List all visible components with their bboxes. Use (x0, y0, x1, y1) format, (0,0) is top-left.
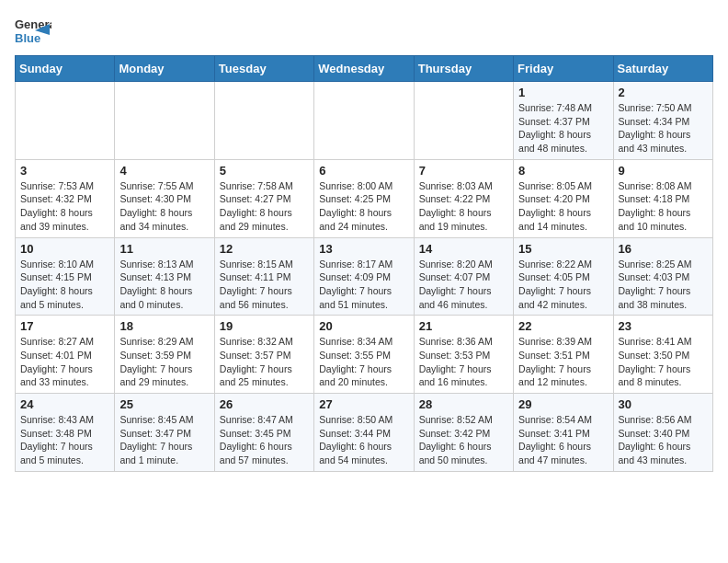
day-info: Sunrise: 8:47 AM Sunset: 3:45 PM Dayligh… (220, 413, 309, 467)
calendar-header: SundayMondayTuesdayWednesdayThursdayFrid… (16, 56, 713, 82)
calendar-cell: 6Sunrise: 8:00 AM Sunset: 4:25 PM Daylig… (314, 159, 414, 237)
day-info: Sunrise: 8:25 AM Sunset: 4:03 PM Dayligh… (619, 258, 708, 312)
day-info: Sunrise: 7:48 AM Sunset: 4:37 PM Dayligh… (518, 101, 608, 155)
day-number: 29 (518, 397, 608, 411)
calendar-cell: 21Sunrise: 8:36 AM Sunset: 3:53 PM Dayli… (414, 316, 513, 394)
weekday-header: Monday (115, 56, 214, 82)
svg-text:Blue: Blue (15, 31, 40, 45)
calendar-cell: 25Sunrise: 8:45 AM Sunset: 3:47 PM Dayli… (115, 394, 214, 472)
day-number: 10 (20, 242, 109, 256)
calendar-cell: 19Sunrise: 8:32 AM Sunset: 3:57 PM Dayli… (214, 316, 313, 394)
calendar-cell: 24Sunrise: 8:43 AM Sunset: 3:48 PM Dayli… (16, 394, 115, 472)
weekday-header: Saturday (613, 56, 712, 82)
calendar-week-row: 17Sunrise: 8:27 AM Sunset: 4:01 PM Dayli… (16, 316, 713, 394)
weekday-header: Thursday (414, 56, 513, 82)
day-number: 21 (419, 319, 508, 333)
weekday-header: Tuesday (214, 56, 313, 82)
calendar-table: SundayMondayTuesdayWednesdayThursdayFrid… (15, 55, 713, 472)
day-number: 14 (419, 242, 508, 256)
weekday-header: Wednesday (314, 56, 414, 82)
calendar-cell: 18Sunrise: 8:29 AM Sunset: 3:59 PM Dayli… (115, 316, 214, 394)
page-header: General Blue (15, 15, 713, 46)
day-info: Sunrise: 8:50 AM Sunset: 3:44 PM Dayligh… (319, 413, 408, 467)
day-info: Sunrise: 7:55 AM Sunset: 4:30 PM Dayligh… (119, 179, 209, 234)
calendar-cell: 3Sunrise: 7:53 AM Sunset: 4:32 PM Daylig… (16, 159, 115, 237)
calendar-cell: 2Sunrise: 7:50 AM Sunset: 4:34 PM Daylig… (613, 82, 712, 160)
day-info: Sunrise: 8:10 AM Sunset: 4:15 PM Dayligh… (20, 258, 109, 312)
day-info: Sunrise: 8:36 AM Sunset: 3:53 PM Dayligh… (419, 335, 508, 389)
day-info: Sunrise: 8:32 AM Sunset: 3:57 PM Dayligh… (220, 335, 309, 389)
day-info: Sunrise: 7:50 AM Sunset: 4:34 PM Dayligh… (619, 101, 708, 155)
day-number: 7 (419, 164, 508, 178)
day-info: Sunrise: 7:53 AM Sunset: 4:32 PM Dayligh… (20, 179, 109, 234)
calendar-cell: 17Sunrise: 8:27 AM Sunset: 4:01 PM Dayli… (16, 316, 115, 394)
calendar-cell: 22Sunrise: 8:39 AM Sunset: 3:51 PM Dayli… (514, 316, 613, 394)
day-info: Sunrise: 8:27 AM Sunset: 4:01 PM Dayligh… (20, 335, 109, 389)
calendar-cell: 5Sunrise: 7:58 AM Sunset: 4:27 PM Daylig… (214, 159, 313, 237)
calendar-cell: 26Sunrise: 8:47 AM Sunset: 3:45 PM Dayli… (214, 394, 313, 472)
day-number: 25 (119, 397, 209, 411)
calendar-cell: 7Sunrise: 8:03 AM Sunset: 4:22 PM Daylig… (414, 159, 513, 237)
day-info: Sunrise: 8:29 AM Sunset: 3:59 PM Dayligh… (119, 335, 209, 389)
calendar-cell: 23Sunrise: 8:41 AM Sunset: 3:50 PM Dayli… (613, 316, 712, 394)
calendar-cell: 8Sunrise: 8:05 AM Sunset: 4:20 PM Daylig… (514, 159, 613, 237)
day-info: Sunrise: 8:39 AM Sunset: 3:51 PM Dayligh… (518, 335, 608, 389)
day-number: 5 (220, 164, 309, 178)
day-number: 6 (319, 164, 408, 178)
day-number: 15 (518, 242, 608, 256)
day-info: Sunrise: 8:05 AM Sunset: 4:20 PM Dayligh… (518, 179, 608, 234)
day-info: Sunrise: 8:43 AM Sunset: 3:48 PM Dayligh… (20, 413, 109, 467)
calendar-week-row: 24Sunrise: 8:43 AM Sunset: 3:48 PM Dayli… (16, 394, 713, 472)
day-number: 11 (119, 242, 209, 256)
day-number: 19 (220, 319, 309, 333)
day-number: 26 (220, 397, 309, 411)
calendar-cell: 20Sunrise: 8:34 AM Sunset: 3:55 PM Dayli… (314, 316, 414, 394)
day-number: 12 (220, 242, 309, 256)
calendar-cell (214, 82, 313, 160)
day-info: Sunrise: 8:34 AM Sunset: 3:55 PM Dayligh… (319, 335, 408, 389)
day-number: 2 (619, 86, 708, 99)
calendar-cell: 16Sunrise: 8:25 AM Sunset: 4:03 PM Dayli… (613, 237, 712, 316)
calendar-cell: 27Sunrise: 8:50 AM Sunset: 3:44 PM Dayli… (314, 394, 414, 472)
day-info: Sunrise: 8:45 AM Sunset: 3:47 PM Dayligh… (119, 413, 209, 467)
day-info: Sunrise: 8:20 AM Sunset: 4:07 PM Dayligh… (419, 258, 508, 312)
day-number: 1 (518, 86, 608, 99)
day-info: Sunrise: 8:08 AM Sunset: 4:18 PM Dayligh… (619, 179, 708, 234)
calendar-cell: 29Sunrise: 8:54 AM Sunset: 3:41 PM Dayli… (514, 394, 613, 472)
calendar-cell (16, 82, 115, 160)
calendar-week-row: 10Sunrise: 8:10 AM Sunset: 4:15 PM Dayli… (16, 237, 713, 316)
day-info: Sunrise: 8:22 AM Sunset: 4:05 PM Dayligh… (518, 258, 608, 312)
calendar-week-row: 1Sunrise: 7:48 AM Sunset: 4:37 PM Daylig… (16, 82, 713, 160)
day-number: 9 (619, 164, 708, 178)
logo: General Blue (15, 15, 51, 46)
day-number: 20 (319, 319, 408, 333)
day-number: 3 (20, 164, 109, 178)
calendar-cell (115, 82, 214, 160)
day-number: 24 (20, 397, 109, 411)
day-info: Sunrise: 8:15 AM Sunset: 4:11 PM Dayligh… (220, 258, 309, 312)
day-number: 23 (619, 319, 708, 333)
calendar-cell: 13Sunrise: 8:17 AM Sunset: 4:09 PM Dayli… (314, 237, 414, 316)
day-number: 4 (119, 164, 209, 178)
day-number: 22 (518, 319, 608, 333)
day-info: Sunrise: 8:00 AM Sunset: 4:25 PM Dayligh… (319, 179, 408, 234)
day-info: Sunrise: 8:52 AM Sunset: 3:42 PM Dayligh… (419, 413, 508, 467)
calendar-cell: 15Sunrise: 8:22 AM Sunset: 4:05 PM Dayli… (514, 237, 613, 316)
calendar-week-row: 3Sunrise: 7:53 AM Sunset: 4:32 PM Daylig… (16, 159, 713, 237)
calendar-cell: 11Sunrise: 8:13 AM Sunset: 4:13 PM Dayli… (115, 237, 214, 316)
day-info: Sunrise: 8:41 AM Sunset: 3:50 PM Dayligh… (619, 335, 708, 389)
day-info: Sunrise: 8:54 AM Sunset: 3:41 PM Dayligh… (518, 413, 608, 467)
day-number: 8 (518, 164, 608, 178)
calendar-cell (314, 82, 414, 160)
day-info: Sunrise: 8:03 AM Sunset: 4:22 PM Dayligh… (419, 179, 508, 234)
calendar-cell (414, 82, 513, 160)
calendar-cell: 4Sunrise: 7:55 AM Sunset: 4:30 PM Daylig… (115, 159, 214, 237)
day-number: 13 (319, 242, 408, 256)
day-info: Sunrise: 8:13 AM Sunset: 4:13 PM Dayligh… (119, 258, 209, 312)
day-info: Sunrise: 7:58 AM Sunset: 4:27 PM Dayligh… (220, 179, 309, 234)
day-number: 17 (20, 319, 109, 333)
calendar-cell: 30Sunrise: 8:56 AM Sunset: 3:40 PM Dayli… (613, 394, 712, 472)
day-info: Sunrise: 8:56 AM Sunset: 3:40 PM Dayligh… (619, 413, 708, 467)
day-number: 16 (619, 242, 708, 256)
day-number: 28 (419, 397, 508, 411)
